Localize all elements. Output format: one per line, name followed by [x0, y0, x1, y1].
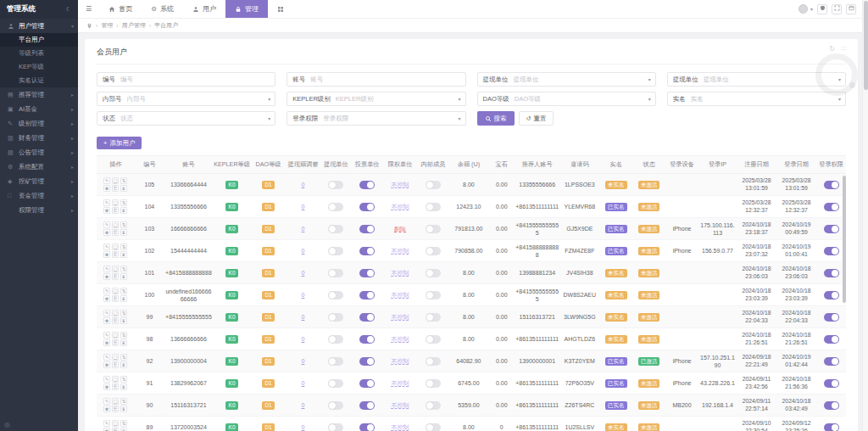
- vote-toggle[interactable]: [359, 225, 375, 233]
- copy-icon[interactable]: ▢: [112, 288, 119, 294]
- filter-field-7[interactable]: 实名实名▾: [667, 92, 846, 106]
- edit-icon[interactable]: ✎: [103, 310, 110, 316]
- adjust-link[interactable]: 0: [302, 336, 305, 342]
- team-icon[interactable]: ♛: [120, 317, 127, 324]
- withdraw-toggle[interactable]: [328, 181, 343, 189]
- detail-icon[interactable]: ☰: [112, 383, 119, 390]
- withdraw-toggle[interactable]: [328, 379, 343, 388]
- team-icon[interactable]: ♛: [120, 361, 127, 368]
- login_perm-toggle[interactable]: [824, 401, 839, 410]
- filter-field-6[interactable]: DAO等级DAO等级▾: [477, 92, 656, 106]
- filter-field-0[interactable]: 编号编号: [97, 72, 275, 87]
- login_perm-toggle[interactable]: [824, 269, 839, 277]
- internal-toggle[interactable]: [426, 181, 441, 189]
- moon-icon[interactable]: ☾: [66, 6, 71, 13]
- restrict-link[interactable]: 不控制: [392, 182, 409, 188]
- breadcrumb-item[interactable]: 管理: [101, 21, 113, 30]
- edit-icon[interactable]: ✎: [103, 376, 110, 383]
- detail-icon[interactable]: ☰: [112, 229, 119, 236]
- search-button[interactable]: 搜索: [477, 111, 515, 126]
- withdraw-toggle[interactable]: [328, 401, 343, 410]
- withdraw-toggle[interactable]: [328, 357, 343, 366]
- adjust-link[interactable]: 0: [302, 358, 305, 364]
- filter-field-2[interactable]: 提现单位提现单位▾: [477, 72, 656, 87]
- page-scrollbar-thumb[interactable]: [864, 1, 868, 90]
- crown-icon[interactable]: ♚: [103, 273, 110, 280]
- vote-toggle[interactable]: [359, 401, 375, 410]
- filter-field-5[interactable]: KEPLER级别KEPLER级别▾: [287, 92, 465, 106]
- nav-item-1[interactable]: ⚙系统: [142, 0, 183, 18]
- filter-field-3[interactable]: 提现单位提现单位▾: [667, 72, 846, 87]
- team-icon[interactable]: ♛: [120, 383, 127, 390]
- vote-toggle[interactable]: [359, 357, 375, 366]
- adjust-link[interactable]: 0: [302, 292, 305, 298]
- internal-toggle[interactable]: [426, 357, 441, 366]
- copy-icon[interactable]: ▢: [112, 243, 119, 250]
- filter-field-8[interactable]: 状态状态▾: [97, 111, 275, 126]
- copy-icon[interactable]: ▢: [112, 310, 119, 316]
- restrict-link[interactable]: 不控制: [392, 402, 409, 408]
- layout-button[interactable]: [846, 4, 856, 14]
- copy-icon[interactable]: ▢: [112, 420, 119, 427]
- edit-icon[interactable]: ✎: [103, 420, 110, 427]
- team-icon[interactable]: ♛: [120, 185, 127, 192]
- add-user-button[interactable]: + 添加用户: [97, 137, 142, 149]
- breadcrumb-item[interactable]: 用户管理: [122, 21, 146, 30]
- detail-icon[interactable]: ☰: [112, 361, 119, 368]
- detail-icon[interactable]: ☰: [112, 428, 119, 431]
- crown-icon[interactable]: ♚: [103, 229, 110, 236]
- detail-icon[interactable]: ☰: [112, 406, 119, 412]
- filter-input[interactable]: 账号: [310, 76, 465, 84]
- sidebar-subitem-2[interactable]: KEP等级: [0, 60, 78, 74]
- copy-icon[interactable]: ▢: [112, 376, 119, 383]
- shield-button[interactable]: [817, 4, 827, 14]
- team-icon[interactable]: ♛: [120, 229, 127, 236]
- sidebar-item-5[interactable]: ▧公告管理▸: [0, 145, 78, 160]
- internal-toggle[interactable]: [426, 203, 441, 211]
- page-scrollbar[interactable]: [862, 0, 868, 431]
- sidebar-item-4[interactable]: ▥财务管理▸: [0, 131, 78, 145]
- filter-field-9[interactable]: 登录权限登录权限▾: [287, 111, 465, 126]
- sidebar-subitem-0[interactable]: 平台用户: [0, 33, 78, 47]
- edit-icon[interactable]: ✎: [103, 199, 110, 206]
- team-icon[interactable]: ♛: [120, 207, 127, 214]
- crown-icon[interactable]: ♚: [103, 383, 110, 390]
- filter-input[interactable]: 编号: [120, 76, 275, 84]
- nav-item-0[interactable]: 首页: [99, 0, 142, 18]
- vote-toggle[interactable]: [359, 313, 375, 322]
- internal-toggle[interactable]: [426, 401, 441, 410]
- login_perm-toggle[interactable]: [824, 225, 839, 233]
- transfer-icon[interactable]: ⇅: [120, 376, 127, 383]
- adjust-link[interactable]: 0: [302, 270, 305, 276]
- sidebar-subitem-1[interactable]: 等级列表: [0, 47, 78, 60]
- edit-icon[interactable]: ✎: [103, 266, 110, 272]
- restrict-link[interactable]: 剔除: [394, 226, 406, 232]
- breadcrumb-item[interactable]: 平台用户: [154, 21, 178, 30]
- crown-icon[interactable]: ♚: [103, 295, 110, 302]
- edit-icon[interactable]: ✎: [103, 354, 110, 361]
- sidebar-item-9[interactable]: 权限管理▸: [0, 203, 78, 217]
- crown-icon[interactable]: ♚: [103, 339, 110, 346]
- withdraw-toggle[interactable]: [328, 203, 343, 211]
- crown-icon[interactable]: ♚: [103, 406, 110, 412]
- vote-toggle[interactable]: [359, 379, 375, 388]
- collapse-icon[interactable]: ◎: [4, 421, 10, 428]
- adjust-link[interactable]: 0: [302, 204, 305, 210]
- detail-icon[interactable]: ☰: [112, 339, 119, 346]
- sidebar-item-3[interactable]: ✎级别管理▸: [0, 116, 78, 131]
- restrict-link[interactable]: 不控制: [392, 248, 409, 254]
- copy-icon[interactable]: ▢: [112, 266, 119, 272]
- copy-icon[interactable]: ▢: [112, 199, 119, 206]
- filter-select[interactable]: 提现单位: [704, 76, 838, 84]
- login_perm-toggle[interactable]: [824, 379, 839, 388]
- sidebar-item-6[interactable]: ⚙系统配置▸: [0, 160, 78, 174]
- nav-item-2[interactable]: 用户: [183, 0, 225, 18]
- crown-icon[interactable]: ♚: [103, 185, 110, 192]
- dots-icon[interactable]: ∷: [842, 45, 846, 53]
- copy-icon[interactable]: ▢: [112, 177, 119, 184]
- detail-icon[interactable]: ☰: [112, 251, 119, 258]
- detail-icon[interactable]: ☰: [112, 185, 119, 192]
- nav-item-3[interactable]: 管理: [225, 0, 268, 18]
- vote-toggle[interactable]: [359, 291, 375, 299]
- adjust-link[interactable]: 0: [302, 314, 305, 320]
